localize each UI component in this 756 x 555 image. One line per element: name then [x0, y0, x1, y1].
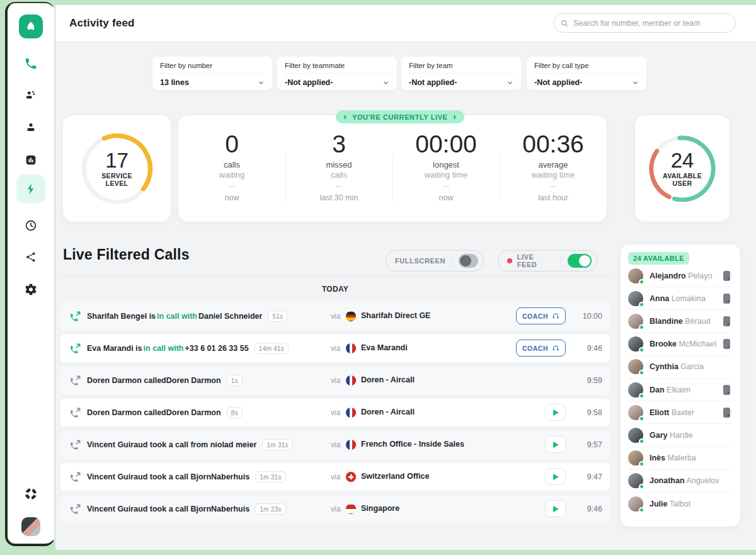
call-row[interactable]: Doren Darmon calledDoren Darmon 8s via D…: [60, 399, 610, 426]
sidebar-item-support[interactable]: [24, 487, 38, 501]
call-row[interactable]: Sharifah Bengel isin call withDaniel Sch…: [60, 302, 610, 330]
team-member-row[interactable]: Brooke McMichael: [628, 333, 733, 356]
call-row[interactable]: Vincent Guiraud took a call BjornNaberhu…: [60, 495, 610, 523]
play-recording-button[interactable]: [545, 468, 566, 485]
filter-value: -Not applied-: [534, 78, 582, 87]
call-description: Vincent Guiraud took a call BjornNaberhu…: [87, 505, 249, 513]
live-feed-toggle[interactable]: LIVE FEED: [498, 250, 597, 272]
filter-by-call-type[interactable]: Filter by call type -Not applied-: [527, 57, 646, 90]
aircall-logo[interactable]: [19, 14, 43, 38]
mobile-phone-icon[interactable]: [723, 294, 730, 304]
filter-by-teammate[interactable]: Filter by teammate -Not applied-: [277, 57, 397, 90]
status-dot: [639, 324, 644, 330]
country-flag-icon: [346, 408, 356, 418]
team-member-row[interactable]: Cynthia Garcia: [628, 356, 733, 379]
mobile-phone-icon[interactable]: [723, 385, 730, 395]
member-name: Inès Malerba: [650, 454, 696, 462]
stat-period: last hour: [500, 193, 607, 202]
available-users-gauge: 24 AVAILABLE USER: [645, 132, 719, 206]
mobile-phone-icon[interactable]: [723, 339, 730, 349]
play-icon: [553, 442, 559, 448]
team-member-row[interactable]: Julie Talbot: [628, 493, 733, 515]
call-action: COACH: [518, 372, 566, 389]
member-name: Jonathan Anguelov: [650, 476, 719, 485]
member-name: Julie Talbot: [650, 500, 690, 508]
stat-period: now: [392, 193, 500, 202]
team-member-row[interactable]: Alejandro Pelayo: [628, 265, 733, 287]
mobile-phone-icon[interactable]: [723, 408, 730, 418]
team-member-row[interactable]: Dan Elkaim: [628, 379, 733, 401]
via-label: via: [331, 472, 340, 481]
search-bar[interactable]: [553, 13, 736, 33]
coach-button[interactable]: COACH: [516, 340, 566, 357]
headset-icon: [552, 345, 559, 352]
team-member-row[interactable]: Jonathan Anguelov: [628, 470, 733, 493]
play-recording-button[interactable]: [545, 404, 566, 421]
fullscreen-toggle[interactable]: FULLSCREEN: [386, 250, 484, 272]
status-dot: [639, 279, 644, 285]
play-recording-button[interactable]: [545, 500, 566, 517]
sidebar-item-activity-feed[interactable]: [16, 175, 45, 203]
team-member-row[interactable]: Gary Hardie: [628, 424, 733, 447]
live-feed-switch[interactable]: [568, 254, 592, 268]
main-area: Activity feed Filter by number 13 lines …: [55, 5, 756, 550]
member-name: Dan Elkaim: [650, 386, 690, 394]
line-name: French Office - Inside Sales: [361, 440, 464, 449]
line-name: Doren - Aircall: [361, 375, 415, 384]
filter-by-number[interactable]: Filter by number 13 lines: [152, 57, 272, 90]
call-row[interactable]: Eva Marandi isin call with+33 6 01 26 33…: [60, 335, 610, 362]
stat-label: longest: [392, 160, 500, 169]
sidebar-item-contacts[interactable]: [24, 121, 38, 135]
call-action: COACH: [518, 340, 566, 357]
live-dot-icon: [507, 258, 512, 263]
sidebar-item-settings[interactable]: [25, 283, 38, 296]
contact-icon: [24, 121, 38, 135]
filter-value: -Not applied-: [285, 78, 333, 87]
line-name: Doren - Aircall: [361, 408, 415, 416]
coach-button[interactable]: COACH: [516, 307, 566, 324]
stat-dots: ...: [500, 182, 607, 188]
stat-sublabel: calls: [285, 170, 392, 180]
page-title: Activity feed: [69, 17, 135, 30]
call-description: Eva Marandi isin call with+33 6 01 26 33…: [87, 344, 249, 353]
lightning-icon: [342, 114, 348, 120]
chevron-down-icon: [258, 79, 265, 86]
team-member-row[interactable]: Blandine Béraud: [628, 310, 733, 333]
live-feed-label: LIVE FEED: [517, 253, 554, 268]
sidebar-item-teammates[interactable]: [24, 89, 38, 103]
filter-by-team[interactable]: Filter by team -Not applied-: [401, 57, 521, 90]
team-member-row[interactable]: Inès Malerba: [628, 447, 733, 470]
call-row[interactable]: Vincent Guiraud took a call BjornNaberhu…: [60, 463, 610, 491]
sidebar-item-share[interactable]: [25, 251, 37, 263]
available-users-panel: 24 AVAILABLE Alejandro Pelayo Anna Lomak…: [621, 244, 740, 527]
headset-icon: [552, 312, 559, 320]
call-row[interactable]: Doren Darmon calledDoren Darmon 1s via D…: [60, 367, 610, 394]
available-users-label: AVAILABLE USER: [660, 172, 704, 187]
stat-value: 3: [285, 132, 392, 157]
avatar: [628, 336, 643, 352]
search-input[interactable]: [573, 19, 729, 28]
mobile-phone-icon[interactable]: [723, 271, 730, 281]
call-duration-badge: 51s: [268, 311, 287, 322]
status-dot: [639, 461, 644, 467]
avatar: [628, 359, 643, 374]
filter-label: Filter by call type: [534, 62, 639, 74]
line-name: Singapore: [361, 504, 399, 513]
team-member-row[interactable]: Anna Lomakina: [628, 287, 733, 310]
call-duration-badge: 1s: [227, 375, 243, 386]
user-avatar[interactable]: [21, 517, 40, 536]
play-recording-button[interactable]: [545, 436, 566, 453]
avatar: [628, 314, 643, 329]
fullscreen-switch[interactable]: [459, 254, 478, 268]
call-row[interactable]: Vincent Guiraud took a call from niolad …: [60, 431, 610, 459]
sidebar-item-history[interactable]: [24, 219, 38, 232]
service-level-gauge: 17 SERVICE LEVEL: [77, 129, 157, 209]
play-icon: [553, 409, 559, 416]
mobile-phone-icon[interactable]: [723, 316, 730, 326]
sidebar-item-calls[interactable]: [24, 57, 38, 71]
available-users-card: 24 AVAILABLE USER: [635, 115, 730, 222]
search-icon: [560, 19, 569, 28]
team-member-row[interactable]: Eliott Baxter: [628, 401, 733, 424]
filter-label: Filter by number: [160, 62, 265, 74]
sidebar-item-analytics[interactable]: [24, 153, 38, 167]
